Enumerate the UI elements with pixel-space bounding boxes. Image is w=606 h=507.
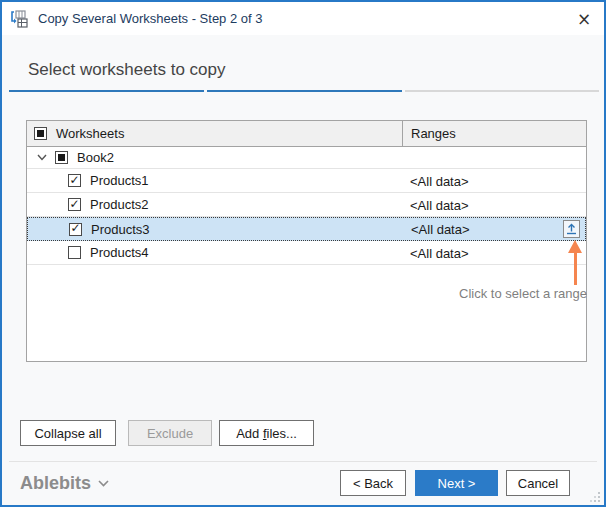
chevron-down-icon — [98, 480, 109, 487]
check-icon: ✓ — [69, 174, 79, 186]
close-button[interactable]: × — [573, 8, 595, 30]
ranges-column-header: Ranges — [403, 121, 586, 146]
check-icon: ✓ — [69, 198, 79, 210]
workbook-label: Book2 — [77, 150, 114, 165]
worksheet-name: Products4 — [90, 245, 149, 260]
worksheet-row-products4[interactable]: Products4 <All data> — [27, 241, 586, 265]
worksheet-checkbox[interactable]: ✓ — [68, 174, 81, 187]
add-files-label-post: iles... — [267, 426, 297, 441]
step-indicator-1 — [9, 90, 204, 92]
step-indicator-3 — [405, 90, 599, 92]
worksheet-checkbox[interactable]: ✓ — [68, 198, 81, 211]
annotation-arrow-icon — [567, 240, 583, 286]
worksheet-checkbox[interactable] — [68, 246, 81, 259]
worksheet-row-products2[interactable]: ✓ Products2 <All data> — [27, 193, 586, 217]
page-title: Select worksheets to copy — [28, 60, 225, 80]
worksheets-table: Worksheets Ranges Book2 ✓ Products1 <All… — [26, 120, 587, 362]
worksheet-name: Products2 — [90, 197, 149, 212]
range-value: <All data> — [410, 173, 469, 188]
window-title: Copy Several Worksheets - Step 2 of 3 — [38, 11, 262, 26]
range-value: <All data> — [410, 245, 469, 260]
title-bar: Copy Several Worksheets - Step 2 of 3 × — [2, 2, 604, 35]
cancel-button[interactable]: Cancel — [506, 470, 570, 496]
select-all-checkbox[interactable] — [34, 127, 47, 140]
next-button[interactable]: Next > — [415, 470, 498, 496]
collapse-all-button[interactable]: Collapse all — [20, 420, 116, 446]
ablebits-menu[interactable]: Ablebits — [20, 473, 109, 494]
worksheet-row-products3[interactable]: ✓ Products3 <All data> — [27, 217, 586, 241]
arrow-line — [574, 252, 577, 285]
add-files-button[interactable]: Add files... — [219, 420, 314, 446]
worksheet-name: Products1 — [90, 173, 149, 188]
footer-divider — [9, 461, 597, 462]
select-range-icon — [566, 223, 577, 235]
range-value: <All data> — [410, 197, 469, 212]
check-icon: ✓ — [70, 222, 80, 234]
table-header: Worksheets Ranges — [27, 121, 586, 147]
exclude-button[interactable]: Exclude — [128, 420, 212, 446]
step-indicator-2 — [207, 90, 402, 92]
indeterminate-mark — [37, 130, 44, 137]
worksheet-row-products1[interactable]: ✓ Products1 <All data> — [27, 169, 586, 193]
worksheet-checkbox[interactable]: ✓ — [69, 223, 82, 236]
back-button[interactable]: < Back — [340, 470, 406, 496]
range-value: <All data> — [411, 222, 470, 237]
copy-worksheets-icon — [10, 9, 30, 29]
select-range-button[interactable] — [563, 220, 580, 238]
chevron-down-icon[interactable] — [37, 154, 47, 161]
copy-worksheets-dialog: Copy Several Worksheets - Step 2 of 3 × … — [0, 0, 606, 507]
workbook-row[interactable]: Book2 — [27, 147, 586, 169]
ranges-column-label: Ranges — [411, 126, 456, 141]
worksheets-column-header: Worksheets — [27, 121, 403, 146]
worksheet-name: Products3 — [91, 222, 150, 237]
resize-grip[interactable] — [590, 492, 601, 503]
add-files-label-pre: Add — [236, 426, 263, 441]
brand-label: Ablebits — [20, 473, 91, 494]
workbook-checkbox[interactable] — [55, 151, 68, 164]
annotation-text: Click to select a range — [452, 286, 587, 301]
worksheets-column-label: Worksheets — [56, 126, 124, 141]
indeterminate-mark — [58, 154, 65, 161]
